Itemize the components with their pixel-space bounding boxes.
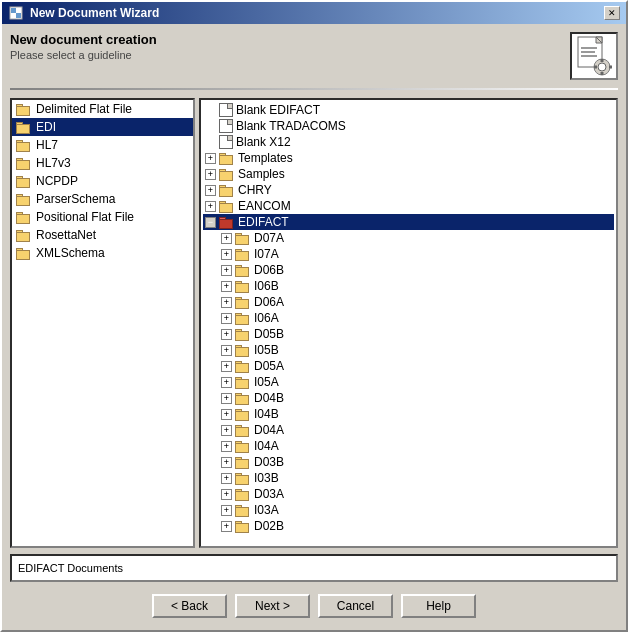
left-item-label: Delimited Flat File bbox=[36, 102, 132, 116]
svg-rect-1 bbox=[11, 8, 16, 13]
left-item-rosettanet[interactable]: RosettaNet bbox=[12, 226, 193, 244]
rtree-item-i06a[interactable]: + I06A bbox=[219, 310, 614, 326]
folder-icon bbox=[235, 247, 251, 261]
folder-icon bbox=[235, 471, 251, 485]
rtree-item-i04a[interactable]: + I04A bbox=[219, 438, 614, 454]
page-subtitle: Please select a guideline bbox=[10, 49, 157, 61]
expand-button[interactable]: + bbox=[221, 441, 232, 452]
left-item-label: EDI bbox=[36, 120, 56, 134]
rtree-label: Blank EDIFACT bbox=[236, 103, 320, 117]
expand-button[interactable]: + bbox=[221, 473, 232, 484]
expand-placeholder bbox=[205, 121, 216, 132]
svg-rect-7 bbox=[581, 51, 595, 53]
rtree-item-d05a[interactable]: + D05A bbox=[219, 358, 614, 374]
rtree-item-d03b[interactable]: + D03B bbox=[219, 454, 614, 470]
expand-button[interactable]: + bbox=[221, 249, 232, 260]
left-item-hl7v3[interactable]: HL7v3 bbox=[12, 154, 193, 172]
expand-button[interactable]: + bbox=[221, 313, 232, 324]
close-button[interactable]: ✕ bbox=[604, 6, 620, 20]
expand-button[interactable]: + bbox=[221, 457, 232, 468]
left-item-label: NCPDP bbox=[36, 174, 78, 188]
left-item-hl7[interactable]: HL7 bbox=[12, 136, 193, 154]
expand-button[interactable]: + bbox=[221, 345, 232, 356]
left-item-label: Positional Flat File bbox=[36, 210, 134, 224]
rtree-item-samples[interactable]: + Samples bbox=[203, 166, 614, 182]
right-panel[interactable]: Blank EDIFACT Blank TRADACOMS Blank X12 bbox=[199, 98, 618, 548]
expand-button[interactable]: + bbox=[221, 233, 232, 244]
rtree-item-i05a[interactable]: + I05A bbox=[219, 374, 614, 390]
rtree-item-i03b[interactable]: + I03B bbox=[219, 470, 614, 486]
rtree-label: I04A bbox=[254, 439, 279, 453]
left-item-ncpdp[interactable]: NCPDP bbox=[12, 172, 193, 190]
expand-button[interactable]: + bbox=[221, 377, 232, 388]
left-item-parserschema[interactable]: ParserSchema bbox=[12, 190, 193, 208]
rtree-item-eancom[interactable]: + EANCOM bbox=[203, 198, 614, 214]
rtree-item-i04b[interactable]: + I04B bbox=[219, 406, 614, 422]
rtree-label: I03A bbox=[254, 503, 279, 517]
expand-button[interactable]: + bbox=[221, 521, 232, 532]
header-text: New document creation Please select a gu… bbox=[10, 32, 157, 61]
folder-icon bbox=[235, 439, 251, 453]
rtree-item-i05b[interactable]: + I05B bbox=[219, 342, 614, 358]
expand-button[interactable]: + bbox=[205, 169, 216, 180]
folder-icon bbox=[235, 391, 251, 405]
header-divider bbox=[10, 88, 618, 90]
rtree-item-blank-tradacoms[interactable]: Blank TRADACOMS bbox=[203, 118, 614, 134]
expand-button[interactable]: + bbox=[221, 393, 232, 404]
help-button[interactable]: Help bbox=[401, 594, 476, 618]
folder-icon bbox=[16, 246, 32, 260]
svg-rect-11 bbox=[601, 59, 604, 62]
folder-icon bbox=[219, 151, 235, 165]
rtree-item-d05b[interactable]: + D05B bbox=[219, 326, 614, 342]
wizard-window: New Document Wizard ✕ New document creat… bbox=[0, 0, 628, 632]
rtree-label: D06B bbox=[254, 263, 284, 277]
cancel-button[interactable]: Cancel bbox=[318, 594, 393, 618]
expand-button[interactable]: + bbox=[205, 201, 216, 212]
folder-icon bbox=[16, 102, 32, 116]
rtree-item-i03a[interactable]: + I03A bbox=[219, 502, 614, 518]
expand-button[interactable]: + bbox=[205, 185, 216, 196]
expand-button[interactable]: + bbox=[221, 281, 232, 292]
left-item-delimited[interactable]: Delimited Flat File bbox=[12, 100, 193, 118]
rtree-item-d07a[interactable]: + D07A bbox=[219, 230, 614, 246]
left-panel[interactable]: Delimited Flat File EDI HL7 bbox=[10, 98, 195, 548]
rtree-item-blank-x12[interactable]: Blank X12 bbox=[203, 134, 614, 150]
rtree-item-chry[interactable]: + CHRY bbox=[203, 182, 614, 198]
rtree-item-d03a[interactable]: + D03A bbox=[219, 486, 614, 502]
expand-button[interactable]: − bbox=[205, 217, 216, 228]
rtree-label: D07A bbox=[254, 231, 284, 245]
next-button[interactable]: Next > bbox=[235, 594, 310, 618]
expand-button[interactable]: + bbox=[205, 153, 216, 164]
rtree-item-blank-edifact[interactable]: Blank EDIFACT bbox=[203, 102, 614, 118]
rtree-item-i06b[interactable]: + I06B bbox=[219, 278, 614, 294]
rtree-item-edifact[interactable]: − EDIFACT bbox=[203, 214, 614, 230]
svg-rect-14 bbox=[609, 66, 612, 69]
file-icon bbox=[219, 103, 233, 117]
back-button[interactable]: < Back bbox=[152, 594, 227, 618]
expand-button[interactable]: + bbox=[221, 329, 232, 340]
expand-button[interactable]: + bbox=[221, 361, 232, 372]
rtree-label: D03B bbox=[254, 455, 284, 469]
expand-button[interactable]: + bbox=[221, 297, 232, 308]
left-item-label: ParserSchema bbox=[36, 192, 115, 206]
left-item-positional[interactable]: Positional Flat File bbox=[12, 208, 193, 226]
expand-button[interactable]: + bbox=[221, 265, 232, 276]
rtree-item-d04a[interactable]: + D04A bbox=[219, 422, 614, 438]
rtree-item-d06b[interactable]: + D06B bbox=[219, 262, 614, 278]
window-icon bbox=[8, 5, 24, 21]
expand-button[interactable]: + bbox=[221, 409, 232, 420]
rtree-item-i07a[interactable]: + I07A bbox=[219, 246, 614, 262]
left-item-xmlschema[interactable]: XMLSchema bbox=[12, 244, 193, 262]
rtree-item-d02b[interactable]: + D02B bbox=[219, 518, 614, 534]
expand-button[interactable]: + bbox=[221, 505, 232, 516]
expand-button[interactable]: + bbox=[221, 489, 232, 500]
folder-icon bbox=[235, 519, 251, 533]
expand-button[interactable]: + bbox=[221, 425, 232, 436]
rtree-item-d06a[interactable]: + D06A bbox=[219, 294, 614, 310]
main-panels: Delimited Flat File EDI HL7 bbox=[10, 98, 618, 548]
folder-icon bbox=[235, 231, 251, 245]
expand-placeholder bbox=[205, 137, 216, 148]
left-item-edi[interactable]: EDI bbox=[12, 118, 193, 136]
rtree-item-templates[interactable]: + Templates bbox=[203, 150, 614, 166]
rtree-item-d04b[interactable]: + D04B bbox=[219, 390, 614, 406]
